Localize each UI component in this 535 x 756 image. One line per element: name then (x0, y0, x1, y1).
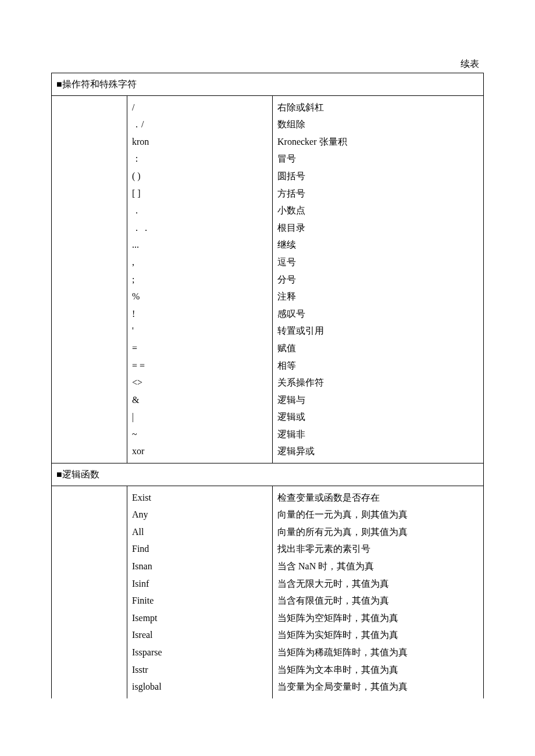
description-text: 注释 (277, 288, 479, 305)
description-text: 当含 NaN 时，其值为真 (277, 558, 479, 575)
description-text: 分号 (277, 271, 479, 288)
symbol-text: / (132, 99, 268, 116)
symbol-text: isglobal (132, 678, 268, 696)
description-text: 小数点 (277, 202, 479, 219)
section-header: ■逻辑函数 (52, 463, 484, 486)
symbol-text: ： (132, 150, 268, 167)
description-text: 当矩阵为实矩阵时，其值为真 (277, 626, 479, 644)
description-text: 向量的任一元为真，则其值为真 (277, 506, 479, 523)
description-text: 逻辑异或 (277, 443, 479, 460)
symbol-text: ~ (132, 426, 268, 443)
description-text: 数组除 (277, 116, 479, 133)
description-text: 逗号 (277, 254, 479, 271)
symbol-text: ; (132, 271, 268, 288)
symbol-text: ． (132, 202, 268, 219)
description-cell: 检查变量或函数是否存在 向量的任一元为真，则其值为真 向量的所有元为真，则其值为… (273, 486, 484, 698)
description-text: Kronecker 张量积 (277, 133, 479, 151)
description-cell: 右除或斜杠 数组除 Kronecker 张量积 冒号 圆括号 方括号 小数点 根… (273, 95, 484, 463)
table-row: / ．/ kron ： ( ) [ ] ． ．． ... , ; % ! ' =… (52, 95, 484, 463)
description-text: 方括号 (277, 185, 479, 202)
description-text: 找出非零元素的素引号 (277, 540, 479, 558)
section-title: ■操作符和特殊字符 (52, 73, 484, 96)
symbol-text: kron (132, 133, 268, 151)
symbol-text: , (132, 254, 268, 271)
symbol-text: Finite (132, 592, 268, 609)
description-text: 检查变量或函数是否存在 (277, 489, 479, 507)
continuation-label: 续表 (51, 58, 484, 70)
symbol-text: ．/ (132, 116, 268, 133)
table-row: Exist Any All Find Isnan Isinf Finite Is… (52, 486, 484, 698)
symbol-text: Issparse (132, 644, 268, 661)
description-text: 逻辑非 (277, 426, 479, 443)
symbol-text: Find (132, 540, 268, 558)
description-text: 当矩阵为空矩阵时，其值为真 (277, 609, 479, 627)
symbol-text: Isreal (132, 626, 268, 644)
symbol-text: All (132, 523, 268, 541)
description-text: 当含无限大元时，其值为真 (277, 575, 479, 593)
symbol-text: <> (132, 374, 268, 391)
symbol-text: ' (132, 322, 268, 340)
description-text: 赋值 (277, 340, 479, 357)
description-text: 相等 (277, 357, 479, 375)
description-text: 当变量为全局变量时，其值为真 (277, 678, 479, 696)
symbol-text: Isstr (132, 661, 268, 679)
symbol-text: ．． (132, 219, 268, 237)
row-blank (52, 486, 127, 698)
description-text: 关系操作符 (277, 374, 479, 391)
section-title: ■逻辑函数 (52, 463, 484, 486)
symbol-text: ( ) (132, 167, 268, 185)
symbol-text: Exist (132, 489, 268, 507)
symbol-text: Isempt (132, 609, 268, 627)
symbol-text: = = (132, 357, 268, 375)
symbol-cell: / ．/ kron ： ( ) [ ] ． ．． ... , ; % ! ' =… (127, 95, 273, 463)
document-page: 续表 ■操作符和特殊字符 / ．/ kron ： ( ) [ ] ． ．． ..… (0, 0, 535, 733)
description-text: 感叹号 (277, 305, 479, 323)
symbol-text: ... (132, 236, 268, 254)
description-text: 转置或引用 (277, 322, 479, 340)
symbol-text: [ ] (132, 185, 268, 202)
symbol-text: xor (132, 443, 268, 460)
symbol-text: Any (132, 506, 268, 523)
description-text: 逻辑或 (277, 408, 479, 426)
description-text: 逻辑与 (277, 391, 479, 409)
symbol-cell: Exist Any All Find Isnan Isinf Finite Is… (127, 486, 273, 698)
symbol-text: Isnan (132, 558, 268, 575)
description-text: 继续 (277, 236, 479, 254)
section-header: ■操作符和特殊字符 (52, 73, 484, 96)
symbol-text: & (132, 391, 268, 409)
symbol-text: ! (132, 305, 268, 323)
description-text: 右除或斜杠 (277, 99, 479, 116)
symbol-text: | (132, 408, 268, 426)
reference-table: ■操作符和特殊字符 / ．/ kron ： ( ) [ ] ． ．． ... ,… (51, 73, 484, 698)
description-text: 当矩阵为稀疏矩阵时，其值为真 (277, 644, 479, 661)
description-text: 当含有限值元时，其值为真 (277, 592, 479, 609)
description-text: 冒号 (277, 150, 479, 167)
symbol-text: = (132, 340, 268, 357)
description-text: 当矩阵为文本串时，其值为真 (277, 661, 479, 679)
symbol-text: Isinf (132, 575, 268, 593)
description-text: 圆括号 (277, 167, 479, 185)
description-text: 向量的所有元为真，则其值为真 (277, 523, 479, 541)
symbol-text: % (132, 288, 268, 305)
description-text: 根目录 (277, 219, 479, 237)
row-blank (52, 95, 127, 463)
